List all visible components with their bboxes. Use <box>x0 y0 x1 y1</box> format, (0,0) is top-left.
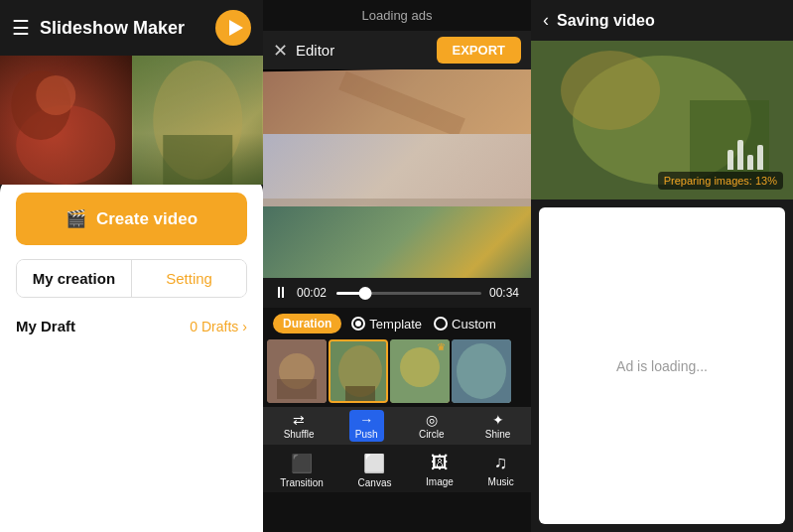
radio-custom[interactable]: Custom <box>434 317 496 332</box>
saving-title: Saving video <box>557 12 655 30</box>
right-header: ‹ Saving video <box>531 0 793 41</box>
create-video-label: Create video <box>96 209 198 229</box>
tool-music[interactable]: ♫ Music <box>488 453 514 488</box>
ads-bar: Loading ads <box>263 0 531 31</box>
thumb-4[interactable] <box>452 339 511 403</box>
transition-strip: ⇄ Shuffle → Push ◎ Circle ✦ Shine <box>263 407 531 445</box>
clapperboard-icon: 🎬 <box>66 208 86 229</box>
transition-tool-icon: ⬛ <box>291 453 313 474</box>
svg-rect-7 <box>163 135 232 185</box>
video-slice-mid <box>263 134 531 208</box>
video-preview <box>263 69 531 278</box>
draft-count[interactable]: 0 Drafts › <box>190 319 247 334</box>
svg-rect-20 <box>277 379 317 399</box>
trans-shine-label: Shine <box>485 429 511 440</box>
image-tool-icon: 🖼 <box>431 453 449 473</box>
draft-label: My Draft <box>16 318 75 334</box>
playback-bar: ⏸ 00:02 00:34 <box>263 278 531 308</box>
left-header: ☰ Slideshow Maker <box>0 0 263 56</box>
circle-icon: ◎ <box>426 412 438 428</box>
bar-chart-icon <box>727 140 763 170</box>
radio-template-label: Template <box>369 317 422 332</box>
right-panel: ‹ Saving video Preparing images: 13% Ad … <box>531 0 793 532</box>
canvas-tool-icon: ⬜ <box>363 453 385 474</box>
crown-icon: ♛ <box>437 341 446 352</box>
tab-my-creation[interactable]: My creation <box>17 260 131 297</box>
close-icon[interactable]: ✕ <box>273 40 288 62</box>
draft-row: My Draft 0 Drafts › <box>16 314 247 338</box>
export-button[interactable]: EXPORT <box>437 37 521 64</box>
svg-point-30 <box>561 51 660 130</box>
chevron-right-icon: › <box>242 319 247 334</box>
ad-loading-text: Ad is loading... <box>616 358 708 374</box>
svg-point-27 <box>457 343 506 399</box>
progress-track[interactable] <box>336 292 481 295</box>
duration-tag[interactable]: Duration <box>273 314 341 333</box>
app-title: Slideshow Maker <box>40 18 205 39</box>
trans-shuffle[interactable]: ⇄ Shuffle <box>278 410 321 442</box>
tool-image[interactable]: 🖼 Image <box>426 453 454 488</box>
ad-area: Ad is loading... <box>539 207 785 524</box>
radio-template[interactable]: Template <box>351 317 422 332</box>
thumbnail-strip: ♛ <box>263 339 531 407</box>
time-end: 00:34 <box>489 286 521 300</box>
trans-push[interactable]: → Push <box>349 410 384 442</box>
tool-canvas-label: Canvas <box>358 477 392 488</box>
shuffle-icon: ⇄ <box>293 412 305 428</box>
tab-row: My creation Setting <box>16 259 247 298</box>
video-slice-top <box>263 69 531 139</box>
pause-icon[interactable]: ⏸ <box>273 284 289 302</box>
music-tool-icon: ♫ <box>494 453 508 473</box>
time-start: 00:02 <box>297 286 329 300</box>
radio-custom-circle <box>434 317 448 331</box>
trans-push-label: Push <box>355 429 378 440</box>
duration-row: Duration Template Custom <box>263 308 531 339</box>
tool-transition-label: Transition <box>280 477 324 488</box>
hero-image-1 <box>0 56 132 185</box>
back-icon[interactable]: ‹ <box>543 10 549 31</box>
shine-icon: ✦ <box>492 412 504 428</box>
svg-point-4 <box>36 75 75 115</box>
tool-canvas[interactable]: ⬜ Canvas <box>358 453 392 488</box>
app-logo-icon <box>215 10 251 46</box>
trans-shine[interactable]: ✦ Shine <box>479 410 517 442</box>
right-preview: Preparing images: 13% <box>531 41 793 200</box>
ads-loading-text: Loading ads <box>362 8 433 23</box>
radio-custom-label: Custom <box>452 317 496 332</box>
draft-count-text: 0 Drafts <box>190 319 238 334</box>
thumb-1[interactable] <box>267 339 327 403</box>
preparing-badge: Preparing images: 13% <box>658 172 783 190</box>
center-panel: Loading ads ✕ Editor EXPORT <box>263 0 531 532</box>
push-icon: → <box>359 412 373 428</box>
left-content-area: 🎬 Create video My creation Setting My Dr… <box>0 177 263 532</box>
tool-music-label: Music <box>488 476 514 487</box>
tab-setting[interactable]: Setting <box>132 260 246 297</box>
trans-circle[interactable]: ◎ Circle <box>413 410 451 442</box>
trans-circle-label: Circle <box>419 429 445 440</box>
tool-transition[interactable]: ⬛ Transition <box>280 453 324 488</box>
right-thumb-image: Preparing images: 13% <box>531 41 793 200</box>
tool-image-label: Image <box>426 476 454 487</box>
svg-rect-23 <box>345 386 375 401</box>
bottom-toolbar: ⬛ Transition ⬜ Canvas 🖼 Image ♫ Music <box>263 445 531 492</box>
hamburger-icon[interactable]: ☰ <box>12 16 30 40</box>
editor-label: Editor <box>296 42 429 59</box>
left-panel: ☰ Slideshow Maker 🎬 Create video <box>0 0 263 532</box>
video-slice-bottom <box>263 206 531 278</box>
trans-shuffle-label: Shuffle <box>284 429 315 440</box>
thumb-3[interactable]: ♛ <box>390 339 450 403</box>
thumb-2[interactable] <box>329 339 388 403</box>
radio-group: Template Custom <box>351 317 496 332</box>
left-hero-images <box>0 56 263 185</box>
progress-thumb <box>359 287 372 300</box>
svg-point-25 <box>400 347 440 387</box>
editor-bar: ✕ Editor EXPORT <box>263 31 531 69</box>
radio-template-circle <box>351 317 365 331</box>
hero-image-2 <box>132 56 264 185</box>
create-video-button[interactable]: 🎬 Create video <box>16 193 247 245</box>
